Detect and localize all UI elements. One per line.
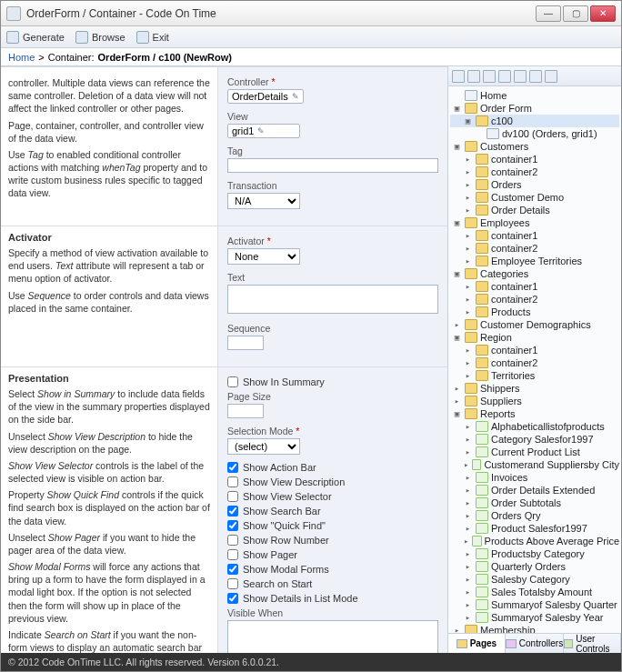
tree-node[interactable]: dv100 (Orders, grid1): [450, 127, 619, 140]
exit-button[interactable]: Exit: [136, 31, 169, 44]
tree-node[interactable]: ▸Orders Qry: [450, 509, 619, 522]
tree-node[interactable]: ▸Employee Territories: [450, 255, 619, 267]
minimize-button[interactable]: —: [536, 5, 561, 22]
tree-node[interactable]: ▸Summaryof Salesby Quarter: [450, 598, 619, 611]
show-pager-checkbox[interactable]: Show Pager: [227, 549, 438, 560]
tree-node[interactable]: ▣Employees: [450, 216, 619, 229]
tree-twisty-icon[interactable]: ▸: [463, 587, 473, 597]
forward-icon[interactable]: [467, 70, 480, 83]
sync-icon[interactable]: [483, 70, 496, 83]
tree-twisty-icon[interactable]: ▸: [463, 358, 473, 367]
controller-field[interactable]: OrderDetails✎: [227, 89, 304, 104]
tree-node[interactable]: ▸Products: [450, 306, 619, 318]
tree-node[interactable]: ▣c100: [450, 115, 619, 127]
maximize-button[interactable]: ▢: [563, 5, 588, 22]
tree-twisty-icon[interactable]: ▸: [463, 180, 473, 189]
view-field[interactable]: grid1✎: [227, 124, 300, 138]
tree-twisty-icon[interactable]: ▸: [463, 244, 473, 253]
browse-button[interactable]: Browse: [75, 31, 125, 44]
tree-twisty-icon[interactable]: ▸: [463, 435, 473, 444]
tab-controllers[interactable]: Controllers: [506, 634, 564, 653]
visible-when-input[interactable]: [227, 620, 438, 653]
tree-node[interactable]: ▸Membership: [450, 624, 619, 633]
tree-twisty-icon[interactable]: ▸: [463, 307, 473, 316]
tree-twisty-icon[interactable]: ▣: [463, 116, 473, 125]
tree-twisty-icon[interactable]: ▸: [463, 193, 473, 202]
tree-twisty-icon[interactable]: ▸: [452, 626, 462, 633]
tree-node[interactable]: ▸Customerand Suppliersby City: [450, 458, 619, 471]
tree-node[interactable]: ▸Summaryof Salesby Year: [450, 611, 619, 624]
tree-node[interactable]: ▸Territories: [450, 369, 619, 382]
tree-twisty-icon[interactable]: ▸: [463, 600, 473, 609]
show-modal-forms-checkbox[interactable]: Show Modal Forms: [227, 564, 438, 575]
tree-twisty-icon[interactable]: ▸: [463, 206, 473, 215]
tree-node[interactable]: ▸Suppliers: [450, 395, 619, 407]
search-on-start-checkbox[interactable]: Search on Start: [227, 578, 438, 589]
text-input[interactable]: [227, 285, 438, 314]
show-view-description-checkbox[interactable]: Show View Description: [227, 476, 438, 487]
tree-node[interactable]: ▸container1: [450, 153, 619, 165]
show-search-bar-checkbox[interactable]: Show Search Bar: [227, 506, 438, 517]
tree-twisty-icon[interactable]: ▸: [463, 498, 473, 507]
tab-user-controls[interactable]: User Controls: [564, 634, 621, 653]
close-button[interactable]: ✕: [590, 5, 616, 22]
tree-twisty-icon[interactable]: ▸: [463, 282, 473, 291]
tree-node[interactable]: ▸Category Salesfor1997: [450, 433, 619, 446]
tree-twisty-icon[interactable]: ▸: [463, 346, 473, 355]
tree-twisty-icon[interactable]: ▸: [463, 460, 469, 469]
tree-twisty-icon[interactable]: ▸: [463, 511, 473, 520]
show-details-list-checkbox[interactable]: Show Details in List Mode: [227, 593, 438, 604]
tree-node[interactable]: ▸Order Details Extended: [450, 484, 619, 496]
tree-twisty-icon[interactable]: ▣: [452, 218, 462, 227]
tree-node[interactable]: ▸Customer Demographics: [450, 318, 619, 331]
tree-node[interactable]: ▸container2: [450, 293, 619, 306]
tree-node[interactable]: ▸container2: [450, 165, 619, 178]
tree-twisty-icon[interactable]: ▸: [452, 384, 462, 393]
tree-node[interactable]: ▸Alphabeticallistofproducts: [450, 420, 619, 433]
tree-node[interactable]: ▣Customers: [450, 140, 619, 153]
tree-twisty-icon[interactable]: ▸: [463, 613, 473, 622]
tree-node[interactable]: ▸Invoices: [450, 471, 619, 484]
tree-twisty-icon[interactable]: ▸: [463, 537, 469, 546]
tree-twisty-icon[interactable]: ▸: [463, 575, 473, 584]
refresh-icon[interactable]: [545, 70, 557, 83]
tree-node[interactable]: Home: [450, 89, 619, 102]
activator-select[interactable]: None: [227, 248, 300, 265]
tree-node[interactable]: ▸container2: [450, 242, 619, 255]
tag-input[interactable]: [227, 158, 438, 173]
tree-node[interactable]: ▸Orders: [450, 178, 619, 191]
tree-node[interactable]: ▣Order Form: [450, 102, 619, 115]
back-icon[interactable]: [452, 70, 465, 83]
breadcrumb-home[interactable]: Home: [8, 52, 35, 63]
tree-node[interactable]: ▸container1: [450, 229, 619, 242]
add-icon[interactable]: [498, 70, 511, 83]
tree-twisty-icon[interactable]: ▸: [463, 447, 473, 456]
tree-node[interactable]: ▸container1: [450, 280, 619, 293]
tree-twisty-icon[interactable]: ▸: [452, 320, 462, 329]
tree-twisty-icon[interactable]: ▣: [452, 409, 462, 418]
tree-twisty-icon[interactable]: ▸: [463, 167, 473, 176]
tree-twisty-icon[interactable]: ▸: [452, 396, 462, 406]
tree-node[interactable]: ▸Quarterly Orders: [450, 560, 619, 573]
tree-twisty-icon[interactable]: ▸: [463, 549, 473, 558]
tree-twisty-icon[interactable]: ▸: [463, 422, 473, 431]
tree-node[interactable]: ▸Order Details: [450, 204, 619, 216]
tree-twisty-icon[interactable]: ▣: [452, 333, 462, 342]
transaction-select[interactable]: N/A: [227, 193, 300, 209]
folder-icon[interactable]: [529, 70, 542, 83]
tree-twisty-icon[interactable]: ▸: [463, 562, 473, 571]
tree-view[interactable]: Home▣Order Form▣c100dv100 (Orders, grid1…: [448, 86, 621, 633]
tree-node[interactable]: ▸Salesby Category: [450, 573, 619, 586]
tree-twisty-icon[interactable]: ▸: [463, 473, 473, 482]
tree-node[interactable]: ▸container2: [450, 356, 619, 369]
open-icon[interactable]: [514, 70, 527, 83]
show-action-bar-checkbox[interactable]: Show Action Bar: [227, 462, 438, 473]
tree-node[interactable]: ▸Productsby Category: [450, 547, 619, 560]
tree-node[interactable]: ▸Product Salesfor1997: [450, 522, 619, 535]
tab-pages[interactable]: Pages: [448, 634, 506, 653]
tree-node[interactable]: ▸Order Subtotals: [450, 496, 619, 509]
show-view-selector-checkbox[interactable]: Show View Selector: [227, 491, 438, 502]
tree-twisty-icon[interactable]: ▸: [463, 295, 473, 304]
show-row-number-checkbox[interactable]: Show Row Number: [227, 535, 438, 546]
tree-twisty-icon[interactable]: ▣: [452, 142, 462, 151]
